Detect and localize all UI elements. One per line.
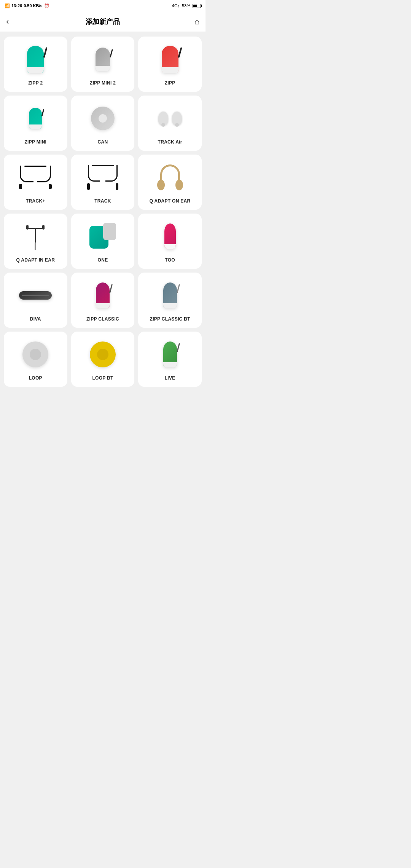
product-card-can[interactable]: CAN [71, 96, 135, 151]
product-label-zipp2: ZIPP 2 [28, 80, 43, 86]
product-icon-trackplus [7, 159, 64, 195]
product-card-loop[interactable]: LOOP [4, 332, 67, 387]
page-title: 添加新产品 [86, 17, 120, 26]
product-label-zipp: ZIPP [165, 80, 175, 86]
product-icon-track-air [141, 100, 199, 136]
product-card-zipp-mini[interactable]: ZIPP MINI [4, 96, 67, 151]
status-network: 📶 13:26 0.50 KB/s ⏰ [5, 3, 49, 8]
back-button[interactable]: ‹ [6, 17, 9, 27]
product-card-zipp-mini2[interactable]: ZIPP MINI 2 [71, 37, 135, 92]
product-icon-q-adapt-in-ear [7, 218, 64, 254]
product-icon-zipp-classic-bt [141, 277, 199, 313]
signal-icon: 📶 [5, 3, 10, 8]
product-icon-too [141, 218, 199, 254]
product-icon-q-adapt-on-ear [141, 159, 199, 195]
product-icon-zipp2 [7, 41, 64, 77]
product-card-zipp-classic-bt[interactable]: ZIPP CLASSIC BT [138, 273, 202, 328]
battery-icon [193, 4, 201, 8]
product-card-diva[interactable]: DIVA [4, 273, 67, 328]
product-label-live: LIVE [165, 375, 175, 381]
product-icon-zipp-mini [7, 100, 64, 136]
battery-fill [193, 5, 197, 7]
product-icon-zipp-classic [74, 277, 132, 313]
product-card-live[interactable]: LIVE [138, 332, 202, 387]
product-card-trackplus[interactable]: TRACK+ [4, 155, 67, 210]
product-card-q-adapt-on-ear[interactable]: Q ADAPT ON EAR [138, 155, 202, 210]
product-card-track[interactable]: TRACK [71, 155, 135, 210]
earbud-left [158, 112, 168, 125]
product-label-loop: LOOP [29, 375, 42, 381]
product-card-too[interactable]: TOO [138, 214, 202, 269]
product-label-zipp-mini2: ZIPP MINI 2 [90, 80, 116, 86]
product-card-track-air[interactable]: TRACK Air [138, 96, 202, 151]
product-card-zipp-classic[interactable]: ZIPP CLASSIC [71, 273, 135, 328]
product-label-track-air: TRACK Air [158, 139, 182, 145]
product-icon-diva [7, 277, 64, 313]
product-icon-loop-bt [74, 336, 132, 372]
product-icon-zipp [141, 41, 199, 77]
status-right: 4G↑ 53% [172, 3, 201, 8]
product-label-can: CAN [98, 139, 108, 145]
product-label-q-adapt-in-ear: Q ADAPT IN EAR [16, 257, 55, 263]
product-icon-track [74, 159, 132, 195]
status-speed: 0.50 KB/s [24, 3, 43, 8]
product-label-zipp-mini: ZIPP MINI [24, 139, 46, 145]
product-label-track: TRACK [94, 198, 111, 204]
status-time: 13:26 [11, 3, 22, 8]
product-label-zipp-classic: ZIPP CLASSIC [86, 316, 119, 322]
battery-percent: 53% [182, 3, 190, 8]
product-label-diva: DIVA [30, 316, 41, 322]
product-icon-loop [7, 336, 64, 372]
alarm-icon: ⏰ [44, 3, 49, 8]
product-label-q-adapt-on-ear: Q ADAPT ON EAR [150, 198, 191, 204]
product-icon-live [141, 336, 199, 372]
status-bar: 📶 13:26 0.50 KB/s ⏰ 4G↑ 53% [0, 0, 206, 11]
product-icon-one [74, 218, 132, 254]
product-label-loop-bt: LOOP BT [92, 375, 113, 381]
product-icon-can [74, 100, 132, 136]
product-label-zipp-classic-bt: ZIPP CLASSIC BT [150, 316, 190, 322]
status-4g: 4G↑ [172, 3, 180, 8]
product-card-q-adapt-in-ear[interactable]: Q ADAPT IN EAR [4, 214, 67, 269]
page-header: ‹ 添加新产品 ⌂ [0, 11, 206, 32]
product-label-too: TOO [165, 257, 175, 263]
product-icon-zipp-mini2 [74, 41, 132, 77]
product-grid: ZIPP 2 ZIPP MINI 2 ZIPP ZIPP MINI CAN [0, 32, 206, 391]
earbud-right [172, 112, 182, 125]
product-card-zipp[interactable]: ZIPP [138, 37, 202, 92]
product-label-one: ONE [98, 257, 108, 263]
product-label-trackplus: TRACK+ [26, 198, 45, 204]
product-card-one[interactable]: ONE [71, 214, 135, 269]
product-card-loop-bt[interactable]: LOOP BT [71, 332, 135, 387]
home-button[interactable]: ⌂ [194, 17, 199, 27]
product-card-zipp2[interactable]: ZIPP 2 [4, 37, 67, 92]
